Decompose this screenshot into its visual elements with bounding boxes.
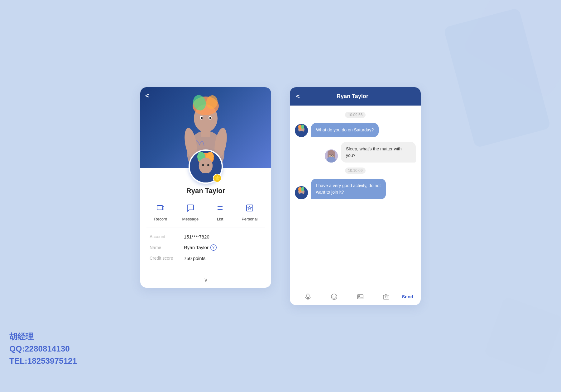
- watermark: 胡经理 QQ:2280814130 TEL:18253975121: [9, 331, 77, 367]
- svg-point-16: [199, 158, 213, 174]
- send-button[interactable]: Send: [399, 292, 416, 301]
- list-icon: [213, 201, 227, 215]
- bubble-2: Sleep, what's the matter with you?: [341, 142, 416, 163]
- credit-value: 750 points: [184, 256, 205, 261]
- chat-input-area: Send: [290, 274, 421, 305]
- bg-decoration-2: [484, 296, 561, 376]
- svg-point-54: [385, 296, 387, 298]
- verified-badge: V: [210, 244, 217, 251]
- name-value-text: Ryan Taylor: [184, 245, 209, 250]
- account-row: Account 151****7820: [150, 234, 262, 239]
- record-label: Record: [154, 217, 167, 221]
- expand-chevron-icon: ∨: [204, 276, 208, 283]
- name-value: Ryan Taylor V: [184, 244, 217, 251]
- chat-input[interactable]: [295, 277, 416, 288]
- camera-icon: [383, 293, 390, 300]
- profile-back-button[interactable]: <: [145, 92, 149, 99]
- camera-button[interactable]: [373, 291, 399, 302]
- chat-title: Ryan Taylor: [305, 93, 400, 100]
- svg-point-50: [335, 295, 335, 296]
- message-row-1: What do you do on Saturday?: [295, 123, 416, 137]
- profile-avatar-area: ⭐: [140, 149, 271, 184]
- mic-button[interactable]: [295, 291, 321, 302]
- avatar-wrapper: ⭐: [189, 149, 223, 184]
- watermark-line2: QQ:2280814130: [9, 343, 77, 355]
- name-label: Name: [150, 245, 184, 250]
- profile-name: Ryan Taylor: [140, 187, 271, 195]
- sender-avatar-3: [295, 186, 308, 199]
- chat-panel: < Ryan Taylor 10:09:56 What do you: [290, 87, 421, 305]
- svg-point-9: [209, 117, 211, 119]
- watermark-line1: 胡经理: [9, 331, 77, 343]
- emoji-button[interactable]: [321, 291, 347, 302]
- sender-avatar-1: [295, 124, 308, 137]
- action-list[interactable]: List: [213, 201, 227, 221]
- bubble-3: I have a very good activity, do not want…: [311, 179, 386, 199]
- personal-icon: [243, 201, 257, 215]
- svg-point-48: [331, 294, 337, 300]
- watermark-line3: TEL:18253975121: [9, 355, 77, 367]
- chat-toolbar: Send: [295, 291, 416, 302]
- account-value: 151****7820: [184, 234, 209, 239]
- chat-header: < Ryan Taylor: [290, 87, 421, 106]
- panels-container: <: [140, 87, 421, 305]
- sender-avatar-2: [325, 149, 338, 163]
- list-label: List: [217, 217, 223, 221]
- profile-expand-button[interactable]: ∨: [140, 272, 271, 288]
- svg-point-17: [202, 164, 204, 166]
- bubble-1: What do you do on Saturday?: [311, 123, 379, 137]
- svg-point-18: [207, 164, 209, 166]
- emoji-icon: [331, 293, 338, 300]
- image-button[interactable]: [347, 291, 373, 302]
- message-icon: [184, 201, 197, 215]
- message-label: Message: [182, 217, 199, 221]
- credit-row: Credit score 750 points: [150, 256, 262, 261]
- message-row-2: Sleep, what's the matter with you?: [295, 142, 416, 163]
- timestamp-2: 10:10:09: [345, 168, 366, 174]
- personal-label: Personal: [242, 217, 257, 221]
- account-label: Account: [150, 234, 184, 239]
- svg-rect-51: [357, 295, 363, 299]
- svg-rect-21: [157, 205, 163, 210]
- chat-back-button[interactable]: <: [296, 93, 300, 100]
- profile-panel: <: [140, 87, 271, 288]
- action-record[interactable]: Record: [154, 201, 167, 221]
- chat-messages: 10:09:56 What do you do on Saturday? Sle…: [290, 106, 421, 274]
- svg-point-49: [333, 295, 333, 296]
- mic-icon: [304, 293, 311, 300]
- profile-info: Account 151****7820 Name Ryan Taylor V C…: [140, 228, 271, 272]
- action-message[interactable]: Message: [182, 201, 199, 221]
- record-icon: [154, 201, 167, 215]
- name-row: Name Ryan Taylor V: [150, 244, 262, 251]
- action-personal[interactable]: Personal: [242, 201, 257, 221]
- message-row-3: I have a very good activity, do not want…: [295, 179, 416, 199]
- image-icon: [357, 293, 364, 300]
- credit-label: Credit score: [150, 256, 184, 261]
- svg-point-8: [201, 117, 203, 119]
- profile-actions: Record Message List: [140, 201, 271, 228]
- svg-rect-45: [307, 294, 309, 298]
- timestamp-1: 10:09:56: [345, 112, 366, 118]
- avatar-badge: ⭐: [213, 174, 222, 182]
